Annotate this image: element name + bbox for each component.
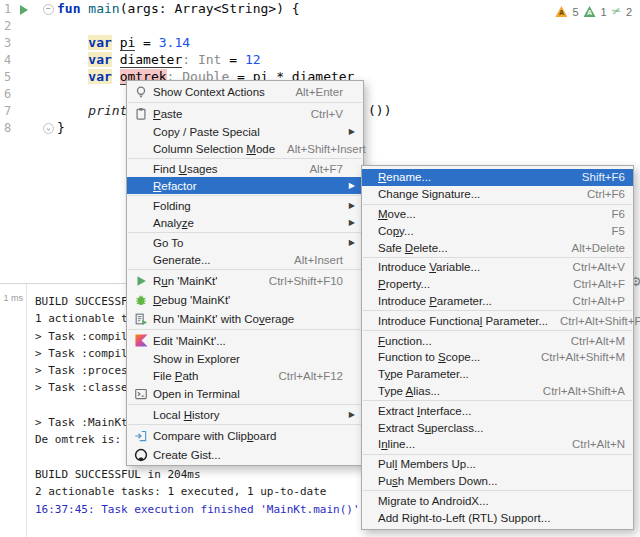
menu-item-debug-mainkt[interactable]: Debug 'MainKt' (127, 290, 363, 309)
console-gutter: 1 ms (0, 284, 27, 537)
code-token (57, 69, 88, 84)
menu-item-label: Function... (378, 335, 432, 347)
menu-item-label: Show Context Actions (153, 86, 265, 98)
menu-item-copy-paste-special[interactable]: Copy / Paste Special▶ (127, 123, 363, 140)
menu-item-shortcut: Alt+Insert (282, 254, 343, 266)
submenu-item-introduce-variable[interactable]: Introduce Variable...Ctrl+Alt+V (362, 259, 633, 276)
submenu-item-migrate-to-androidx[interactable]: Migrate to AndroidX... (362, 492, 633, 509)
line-number: 4 (4, 53, 11, 67)
console-timing-label: 1 ms (3, 293, 23, 303)
code-token (57, 52, 88, 67)
submenu-item-introduce-parameter[interactable]: Introduce Parameter...Ctrl+Alt+P (362, 293, 633, 310)
line-number: 8 (4, 121, 11, 135)
menu-separator (128, 158, 362, 159)
submenu-item-extract-superclass[interactable]: Extract Superclass... (362, 419, 633, 436)
menu-item-refactor[interactable]: Refactor▶ (127, 177, 363, 194)
line-number: 6 (4, 87, 11, 101)
code-line[interactable]: 3 var pi = 3.14 (0, 35, 640, 52)
menu-separator (363, 204, 632, 205)
code-token: fun (57, 1, 80, 16)
menu-item-shortcut: F6 (600, 208, 625, 220)
menu-item-label: Go To (153, 237, 183, 249)
inspection-count: 2 (626, 6, 632, 18)
menu-item-show-context-actions[interactable]: Show Context ActionsAlt+Enter (127, 82, 363, 101)
menu-item-label: Pull Members Up... (378, 458, 476, 470)
submenu-item-add-right-to-left-rtl-support[interactable]: Add Right-to-Left (RTL) Support... (362, 509, 633, 526)
menu-item-open-in-terminal[interactable]: Open in Terminal (127, 384, 363, 403)
submenu-item-function-to-scope[interactable]: Function to Scope...Ctrl+Alt+Shift+M (362, 349, 633, 366)
code-line[interactable]: 4 var diameter: Int = 12 (0, 52, 640, 69)
menu-item-label: Paste (153, 108, 182, 120)
menu-item-compare-with-clipboard[interactable]: Compare with Clipboard (127, 426, 363, 445)
menu-separator (128, 424, 362, 425)
code-token: 12 (245, 52, 261, 67)
menu-item-run-mainkt-with-coverage[interactable]: Run 'MainKt' with Coverage (127, 309, 363, 328)
submenu-item-type-parameter[interactable]: Type Parameter... (362, 366, 633, 383)
menu-item-generate[interactable]: Generate...Alt+Insert (127, 251, 363, 268)
menu-icon-empty (131, 198, 151, 214)
refactor-submenu: Rename...Shift+F6Change Signature...Ctrl… (361, 165, 634, 530)
menu-item-label: Refactor (153, 180, 196, 192)
menu-item-folding[interactable]: Folding▶ (127, 197, 363, 214)
menu-item-paste[interactable]: PasteCtrl+V (127, 104, 363, 123)
menu-item-label: Analyze (153, 217, 194, 229)
submenu-item-rename[interactable]: Rename...Shift+F6 (362, 169, 633, 186)
menu-item-find-usages[interactable]: Find UsagesAlt+F7 (127, 160, 363, 177)
inspection-count: 5 (572, 6, 578, 18)
submenu-item-introduce-functional-parameter[interactable]: Introduce Functional Parameter...Ctrl+Al… (362, 312, 633, 329)
menu-item-label: Debug 'MainKt' (153, 294, 230, 306)
menu-separator (363, 490, 632, 491)
code-line[interactable]: 1−fun main(args: Array<String>) { (0, 1, 640, 18)
menu-item-file-path[interactable]: File PathCtrl+Alt+F12 (127, 367, 363, 384)
code-token (112, 52, 120, 67)
menu-item-label: Safe Delete... (378, 242, 448, 254)
menu-item-label: Type Parameter... (378, 368, 469, 380)
menu-item-shortcut: Ctrl+Alt+M (559, 335, 625, 347)
menu-item-column-selection-mode[interactable]: Column Selection ModeAlt+Shift+Insert (127, 140, 363, 157)
submenu-item-property[interactable]: Property...Ctrl+Alt+F (362, 276, 633, 293)
submenu-item-pull-members-up[interactable]: Pull Members Up... (362, 456, 633, 473)
menu-icon-empty (131, 351, 151, 367)
menu-item-go-to[interactable]: Go To▶ (127, 234, 363, 251)
compare-icon (131, 428, 151, 444)
submenu-item-function[interactable]: Function...Ctrl+Alt+M (362, 332, 633, 349)
menu-item-shortcut: Ctrl+V (299, 108, 343, 120)
line-number: 1 (4, 2, 11, 16)
run-gutter-icon[interactable] (20, 5, 28, 15)
inspections-widget[interactable]: A5A1✂2 (555, 5, 632, 18)
menu-item-shortcut: Ctrl+Alt+N (560, 438, 625, 450)
submenu-item-extract-interface[interactable]: Extract Interface... (362, 402, 633, 419)
submenu-item-change-signature[interactable]: Change Signature...Ctrl+F6 (362, 186, 633, 203)
submenu-item-inline[interactable]: Inline...Ctrl+Alt+N (362, 436, 633, 453)
menu-separator (363, 310, 632, 311)
submenu-item-safe-delete[interactable]: Safe Delete...Alt+Delete (362, 239, 633, 256)
code-token: = (221, 52, 244, 67)
code-token: : Int (182, 52, 221, 67)
menu-item-show-in-explorer[interactable]: Show in Explorer (127, 350, 363, 367)
menu-item-shortcut: Shift+F6 (570, 171, 625, 183)
code-token: (args: Array<String>) { (120, 1, 300, 16)
submenu-item-copy[interactable]: Copy...F5 (362, 222, 633, 239)
menu-item-local-history[interactable]: Local History▶ (127, 406, 363, 423)
menu-icon-empty (131, 407, 151, 423)
menu-item-create-gist[interactable]: Create Gist... (127, 445, 363, 464)
menu-item-shortcut: Ctrl+Alt+F12 (266, 370, 343, 382)
menu-item-label: Change Signature... (378, 188, 480, 200)
submenu-item-push-members-down[interactable]: Push Members Down... (362, 473, 633, 490)
menu-item-label: Move... (378, 208, 416, 220)
paste-icon (131, 106, 151, 122)
line-number: 3 (4, 36, 11, 50)
code-line[interactable]: 2 (0, 18, 640, 35)
menu-item-analyze[interactable]: Analyze▶ (127, 214, 363, 231)
code-token: var (88, 35, 111, 50)
coverage-icon (131, 311, 151, 327)
menu-item-shortcut: Ctrl+Alt+P (561, 295, 625, 307)
menu-item-run-mainkt[interactable]: Run 'MainKt'Ctrl+Shift+F10 (127, 271, 363, 290)
fold-end-icon[interactable]: ⌄ (43, 123, 54, 134)
menu-item-edit-mainkt[interactable]: Edit 'MainKt'... (127, 331, 363, 350)
fold-start-icon[interactable]: − (43, 4, 54, 15)
menu-separator (128, 269, 362, 270)
submenu-item-move[interactable]: Move...F6 (362, 206, 633, 223)
submenu-item-type-alias[interactable]: Type Alias...Ctrl+Alt+Shift+A (362, 383, 633, 400)
menu-item-shortcut: Ctrl+F6 (575, 188, 625, 200)
